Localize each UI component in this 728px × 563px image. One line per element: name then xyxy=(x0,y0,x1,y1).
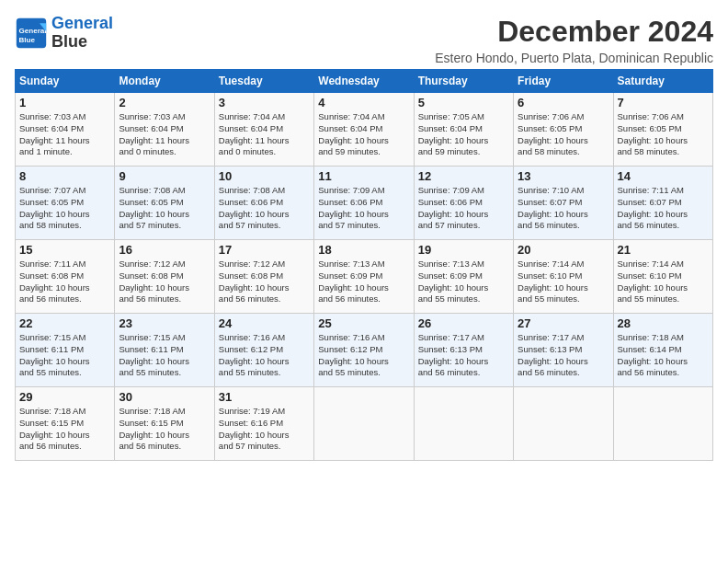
day-info: Sunrise: 7:13 AM Sunset: 6:09 PM Dayligh… xyxy=(318,259,409,305)
day-info: Sunrise: 7:17 AM Sunset: 6:13 PM Dayligh… xyxy=(518,332,609,379)
logo-text: General Blue xyxy=(51,15,113,52)
day-number: 24 xyxy=(219,316,310,330)
day-number: 14 xyxy=(618,169,709,183)
calendar-cell: 13Sunrise: 7:10 AM Sunset: 6:07 PM Dayli… xyxy=(514,167,613,240)
day-info: Sunrise: 7:07 AM Sunset: 6:05 PM Dayligh… xyxy=(19,185,110,232)
calendar-cell: 27Sunrise: 7:17 AM Sunset: 6:13 PM Dayli… xyxy=(514,314,613,387)
calendar-cell: 8Sunrise: 7:07 AM Sunset: 6:05 PM Daylig… xyxy=(16,167,115,240)
dow-header-thursday: Thursday xyxy=(414,70,513,93)
calendar-cell: 15Sunrise: 7:11 AM Sunset: 6:08 PM Dayli… xyxy=(16,240,115,314)
day-number: 25 xyxy=(318,316,409,330)
calendar-cell: 2Sunrise: 7:03 AM Sunset: 6:04 PM Daylig… xyxy=(115,93,214,167)
day-info: Sunrise: 7:12 AM Sunset: 6:08 PM Dayligh… xyxy=(219,259,310,305)
day-info: Sunrise: 7:05 AM Sunset: 6:04 PM Dayligh… xyxy=(418,111,509,158)
calendar-cell: 19Sunrise: 7:13 AM Sunset: 6:09 PM Dayli… xyxy=(414,240,513,314)
day-info: Sunrise: 7:08 AM Sunset: 6:05 PM Dayligh… xyxy=(119,185,210,232)
day-number: 7 xyxy=(618,96,709,109)
day-number: 4 xyxy=(318,96,409,109)
day-number: 18 xyxy=(318,243,409,257)
day-number: 31 xyxy=(219,390,310,404)
calendar-cell: 14Sunrise: 7:11 AM Sunset: 6:07 PM Dayli… xyxy=(613,167,712,240)
day-info: Sunrise: 7:16 AM Sunset: 6:12 PM Dayligh… xyxy=(318,332,409,379)
calendar-cell: 4Sunrise: 7:04 AM Sunset: 6:04 PM Daylig… xyxy=(314,93,414,167)
day-number: 8 xyxy=(19,169,110,183)
day-info: Sunrise: 7:03 AM Sunset: 6:04 PM Dayligh… xyxy=(19,111,110,158)
day-number: 3 xyxy=(219,96,310,109)
day-number: 1 xyxy=(19,96,110,109)
day-number: 11 xyxy=(318,169,409,183)
day-info: Sunrise: 7:18 AM Sunset: 6:14 PM Dayligh… xyxy=(618,332,709,379)
day-info: Sunrise: 7:11 AM Sunset: 6:07 PM Dayligh… xyxy=(618,185,709,232)
calendar-cell: 23Sunrise: 7:15 AM Sunset: 6:11 PM Dayli… xyxy=(115,314,214,387)
day-info: Sunrise: 7:11 AM Sunset: 6:08 PM Dayligh… xyxy=(19,259,110,305)
location-subtitle: Estero Hondo, Puerto Plata, Dominican Re… xyxy=(435,51,713,65)
calendar-cell: 11Sunrise: 7:09 AM Sunset: 6:06 PM Dayli… xyxy=(314,167,414,240)
day-info: Sunrise: 7:08 AM Sunset: 6:06 PM Dayligh… xyxy=(219,185,310,232)
month-title: December 2024 xyxy=(435,15,713,49)
calendar-cell xyxy=(314,387,414,461)
day-number: 19 xyxy=(418,243,509,257)
title-block: December 2024 Estero Hondo, Puerto Plata… xyxy=(435,15,713,65)
day-info: Sunrise: 7:03 AM Sunset: 6:04 PM Dayligh… xyxy=(119,111,210,158)
day-info: Sunrise: 7:18 AM Sunset: 6:15 PM Dayligh… xyxy=(119,406,210,453)
day-info: Sunrise: 7:12 AM Sunset: 6:08 PM Dayligh… xyxy=(119,259,210,305)
day-info: Sunrise: 7:10 AM Sunset: 6:07 PM Dayligh… xyxy=(518,185,609,232)
calendar-cell: 22Sunrise: 7:15 AM Sunset: 6:11 PM Dayli… xyxy=(16,314,115,387)
day-number: 12 xyxy=(418,169,509,183)
calendar-cell: 21Sunrise: 7:14 AM Sunset: 6:10 PM Dayli… xyxy=(613,240,712,314)
day-number: 6 xyxy=(518,96,609,109)
day-number: 21 xyxy=(618,243,709,257)
calendar-cell: 31Sunrise: 7:19 AM Sunset: 6:16 PM Dayli… xyxy=(214,387,313,461)
day-number: 20 xyxy=(518,243,609,257)
calendar-cell: 3Sunrise: 7:04 AM Sunset: 6:04 PM Daylig… xyxy=(214,93,313,167)
dow-header-tuesday: Tuesday xyxy=(214,70,313,93)
day-info: Sunrise: 7:04 AM Sunset: 6:04 PM Dayligh… xyxy=(219,111,310,158)
calendar-week-2: 8Sunrise: 7:07 AM Sunset: 6:05 PM Daylig… xyxy=(16,167,713,240)
calendar-cell xyxy=(514,387,613,461)
calendar-cell xyxy=(414,387,513,461)
calendar-cell: 30Sunrise: 7:18 AM Sunset: 6:15 PM Dayli… xyxy=(115,387,214,461)
day-info: Sunrise: 7:19 AM Sunset: 6:16 PM Dayligh… xyxy=(219,406,310,453)
calendar-cell: 26Sunrise: 7:17 AM Sunset: 6:13 PM Dayli… xyxy=(414,314,513,387)
day-info: Sunrise: 7:09 AM Sunset: 6:06 PM Dayligh… xyxy=(318,185,409,232)
calendar-cell xyxy=(613,387,712,461)
day-number: 27 xyxy=(518,316,609,330)
calendar-cell: 28Sunrise: 7:18 AM Sunset: 6:14 PM Dayli… xyxy=(613,314,712,387)
day-number: 28 xyxy=(618,316,709,330)
dow-header-wednesday: Wednesday xyxy=(314,70,414,93)
day-number: 29 xyxy=(19,390,110,404)
day-number: 17 xyxy=(219,243,310,257)
day-info: Sunrise: 7:15 AM Sunset: 6:11 PM Dayligh… xyxy=(119,332,210,379)
dow-header-saturday: Saturday xyxy=(613,70,712,93)
dow-header-friday: Friday xyxy=(514,70,613,93)
day-number: 15 xyxy=(19,243,110,257)
day-number: 30 xyxy=(119,390,210,404)
day-info: Sunrise: 7:14 AM Sunset: 6:10 PM Dayligh… xyxy=(618,259,709,305)
day-info: Sunrise: 7:09 AM Sunset: 6:06 PM Dayligh… xyxy=(418,185,509,232)
day-info: Sunrise: 7:06 AM Sunset: 6:05 PM Dayligh… xyxy=(618,111,709,158)
page-header: General Blue General Blue December 2024 … xyxy=(15,15,713,65)
svg-text:Blue: Blue xyxy=(19,36,36,44)
day-info: Sunrise: 7:13 AM Sunset: 6:09 PM Dayligh… xyxy=(418,259,509,305)
day-info: Sunrise: 7:18 AM Sunset: 6:15 PM Dayligh… xyxy=(19,406,110,453)
day-info: Sunrise: 7:17 AM Sunset: 6:13 PM Dayligh… xyxy=(418,332,509,379)
calendar-week-1: 1Sunrise: 7:03 AM Sunset: 6:04 PM Daylig… xyxy=(16,93,713,167)
calendar-cell: 6Sunrise: 7:06 AM Sunset: 6:05 PM Daylig… xyxy=(514,93,613,167)
calendar-cell: 9Sunrise: 7:08 AM Sunset: 6:05 PM Daylig… xyxy=(115,167,214,240)
calendar-cell: 20Sunrise: 7:14 AM Sunset: 6:10 PM Dayli… xyxy=(514,240,613,314)
calendar-cell: 12Sunrise: 7:09 AM Sunset: 6:06 PM Dayli… xyxy=(414,167,513,240)
day-info: Sunrise: 7:14 AM Sunset: 6:10 PM Dayligh… xyxy=(518,259,609,305)
day-number: 22 xyxy=(19,316,110,330)
dow-header-monday: Monday xyxy=(115,70,214,93)
calendar-cell: 18Sunrise: 7:13 AM Sunset: 6:09 PM Dayli… xyxy=(314,240,414,314)
day-number: 2 xyxy=(119,96,210,109)
day-number: 26 xyxy=(418,316,509,330)
calendar-table: SundayMondayTuesdayWednesdayThursdayFrid… xyxy=(15,69,713,461)
svg-text:General: General xyxy=(19,27,47,35)
day-info: Sunrise: 7:15 AM Sunset: 6:11 PM Dayligh… xyxy=(19,332,110,379)
calendar-cell: 5Sunrise: 7:05 AM Sunset: 6:04 PM Daylig… xyxy=(414,93,513,167)
day-number: 5 xyxy=(418,96,509,109)
calendar-week-3: 15Sunrise: 7:11 AM Sunset: 6:08 PM Dayli… xyxy=(16,240,713,314)
dow-header-sunday: Sunday xyxy=(16,70,115,93)
calendar-cell: 10Sunrise: 7:08 AM Sunset: 6:06 PM Dayli… xyxy=(214,167,313,240)
